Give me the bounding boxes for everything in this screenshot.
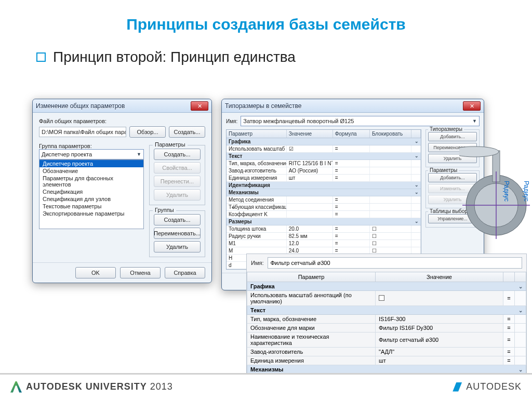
grid-row[interactable]: Тип, марка, обозначениеRITC 125/16 B I N… [227,160,421,167]
group-listbox[interactable]: Диспетчер проекта Обозначение Параметры … [39,159,144,229]
grid-section[interactable]: Текст⌄ [227,153,421,160]
grid-row[interactable]: Завод-изготовительАО (Россия)= [227,167,421,175]
param-create-button[interactable]: Создать... [154,149,201,160]
list-item[interactable]: Параметры для фасонных элементов [39,175,143,188]
file-label: Файл общих параметров: [39,118,205,124]
name-label: Имя: [251,260,263,266]
grid-section[interactable]: Размеры⌄ [227,218,421,225]
table-header: Параметр Значение [247,272,526,282]
param-delete-button: Удалить [154,189,201,201]
grid-row[interactable]: Радиус ручки82.5 мм=☐ [227,233,421,240]
list-item[interactable]: Экспортированные параметры [39,210,143,217]
group-selected: Диспетчер проекта [42,151,92,157]
ok-button[interactable]: OK [75,267,116,278]
param-grid[interactable]: ПараметрЗначениеФормулаБлокировать Графи… [226,129,421,270]
grid-row[interactable]: Коэффициент K= [227,211,421,218]
type-dropdown[interactable]: Затвор межфланцевый поворотный Ø125 ▼ [241,116,480,126]
grid-section[interactable]: Графика⌄ [227,138,421,145]
param-props-button: Свойства... [154,162,201,174]
autodesk-university-logo-icon [10,381,22,393]
bullet-text: Принцип второй: Принцип единства [53,49,296,65]
svg-point-3 [459,147,499,157]
grid-row[interactable]: Использовать масштаб анн.☑= [227,145,421,153]
group-label: Группа параметров: [39,143,144,149]
group-create-button[interactable]: Создать... [154,214,201,225]
radius-label: Радиус [503,181,510,202]
dialog-titlebar[interactable]: Типоразмеры в семействе ✕ [222,99,484,113]
dialog-title: Типоразмеры в семействе [225,102,463,110]
autodesk-logo-icon [453,382,462,392]
chevron-down-icon: ▼ [472,118,477,124]
section-mechanisms[interactable]: Механизмы⌄ [247,365,526,374]
list-item[interactable]: Спецификация [39,188,143,195]
grid-header: ПараметрЗначениеФормулаБлокировать [227,130,421,138]
model-preview: Радиус Радиус [459,135,532,249]
help-button[interactable]: Справка [165,267,205,278]
table-row[interactable]: Завод-изготовитель"АДЛ"= [247,348,526,356]
bullet-icon [36,52,46,62]
grid-row[interactable]: Толщина штока20.0=☐ [227,225,421,233]
bullet-row: Принцип второй: Принцип единства [0,49,532,65]
groups-group: Группы Создать... Переименовать... Удали… [149,210,205,257]
checkbox-icon[interactable] [379,295,384,301]
grid-row[interactable]: Метод соединения= [227,196,421,204]
group-rename-button[interactable]: Переименовать... [154,228,201,239]
section-graphics[interactable]: Графика⌄ [247,282,526,291]
list-item[interactable]: Диспетчер проекта [39,160,143,167]
dialog-title: Изменение общих параметров [36,102,191,110]
dialog-titlebar[interactable]: Изменение общих параметров ✕ [33,99,211,113]
groups-group-title: Группы [153,207,176,213]
radius-label: Радиус [523,181,530,202]
grid-row[interactable]: Единица измеренияшт= [227,175,421,182]
footer-bar: AUTODESK UNIVERSITY 2013 AUTODESK [0,373,532,399]
grid-section[interactable]: Механизмы⌄ [227,189,421,196]
table-row[interactable]: Использовать масштаб аннотаций (по умолч… [247,291,526,306]
close-icon[interactable]: ✕ [191,101,208,111]
table-row[interactable]: Тип, марка, обозначениеIS16F-300= [247,315,526,324]
params-group-title: Параметры [153,141,188,148]
group-dropdown[interactable]: Диспетчер проекта ▼ [39,149,144,159]
slide-title: Принципы создания базы семейств [0,0,532,44]
chevron-down-icon: ▼ [137,152,141,157]
params-group: Параметры Создать... Свойства... Перенес… [149,145,205,205]
create-file-button[interactable]: Создать... [169,126,205,138]
type-value: Затвор межфланцевый поворотный Ø125 [243,118,354,124]
param-move-button: Перенести... [154,176,201,187]
properties-panel: Имя: Фильтр сетчатый ø300 Параметр Значе… [246,254,527,375]
list-item[interactable]: Обозначение [39,167,143,175]
browse-button[interactable]: Обзор... [129,126,166,138]
table-row[interactable]: Наименование и техническая характеристик… [247,332,526,348]
autodesk-text: AUTODESK [466,381,522,392]
properties-table[interactable]: Параметр Значение Графика⌄ Использовать … [247,272,526,374]
table-row[interactable]: Единица измеренияшт= [247,356,526,365]
group-delete-button[interactable]: Удалить [154,241,201,252]
grid-row[interactable]: M112.0=☐ [227,240,421,247]
cancel-button[interactable]: Отмена [120,267,161,278]
list-item[interactable]: Текстовые параметры [39,203,143,210]
au-text: AUTODESK UNIVERSITY 2013 [26,381,173,392]
grid-row[interactable]: Те́бующая классификации= [227,204,421,211]
list-item[interactable]: Спецификация для узлов [39,195,143,203]
type-label: Имя: [226,118,237,124]
close-icon[interactable]: ✕ [463,101,481,111]
table-row[interactable]: Обозначение для маркиФильтр IS16F Dy300= [247,324,526,332]
section-text[interactable]: Текст⌄ [247,306,526,315]
name-input[interactable]: Фильтр сетчатый ø300 [268,257,522,269]
shared-params-dialog: Изменение общих параметров ✕ Файл общих … [32,99,212,283]
file-path-input[interactable]: D:\МОЯ папка\Файл общих параметров [39,127,126,137]
grid-section[interactable]: Идентификация⌄ [227,182,421,189]
